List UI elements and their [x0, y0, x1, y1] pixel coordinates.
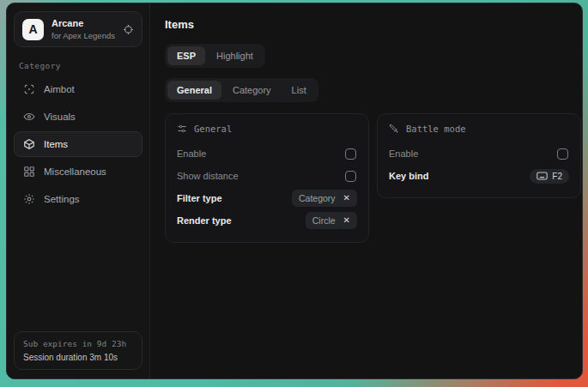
package-icon	[23, 138, 35, 150]
sliders-icon	[177, 124, 187, 134]
sidebar-item-aimbot[interactable]: Aimbot	[14, 76, 142, 102]
sidebar-item-label: Miscellaneous	[44, 166, 106, 177]
key-bind-label: Key bind	[389, 171, 428, 181]
eye-icon	[23, 111, 35, 123]
battle-enable-label: Enable	[389, 148, 418, 159]
key-bind-button[interactable]: F2	[530, 169, 569, 184]
general-panel-title: General	[194, 124, 232, 134]
main-content: Items ESP Highlight General Category Lis…	[150, 3, 583, 378]
tab-category[interactable]: Category	[223, 81, 281, 100]
setting-row: Enable	[389, 143, 569, 164]
render-type-value: Circle	[312, 215, 336, 226]
battle-mode-panel-title: Battle mode	[406, 124, 466, 134]
sidebar-item-visuals[interactable]: Visuals	[14, 104, 142, 130]
tab-list[interactable]: List	[282, 81, 316, 100]
sidebar-nav: Aimbot Visuals Items	[14, 76, 142, 212]
brand-card: A Arcane for Apex Legends	[14, 11, 142, 47]
enable-label: Enable	[177, 148, 206, 159]
session-duration-text: Session duration 3m 10s	[23, 353, 133, 362]
subscription-info-card: Sub expires in 9d 23h Session duration 3…	[14, 331, 142, 370]
keyboard-icon	[536, 172, 548, 180]
show-distance-checkbox[interactable]	[345, 171, 356, 182]
sidebar-section-label: Category	[19, 61, 137, 70]
crosshair-scan-icon	[23, 83, 35, 95]
app-window: A Arcane for Apex Legends Category	[6, 3, 583, 379]
setting-row: Render type Circle ✕	[177, 210, 357, 231]
setting-row: Show distance	[177, 166, 357, 186]
mode-tabbar: ESP Highlight	[165, 44, 265, 68]
grid-icon	[23, 166, 35, 178]
brand-name: Arcane	[52, 18, 115, 29]
panels-row: General Enable Show distance Filter type…	[165, 113, 581, 243]
brand-subtitle: for Apex Legends	[52, 31, 115, 40]
sidebar-item-label: Visuals	[44, 112, 76, 122]
setting-row: Key bind F2	[389, 166, 569, 186]
battle-mode-panel-header: Battle mode	[389, 124, 569, 134]
render-type-label: Render type	[177, 215, 232, 226]
page-title: Items	[165, 18, 581, 31]
setting-row: Enable	[177, 143, 357, 164]
show-distance-label: Show distance	[177, 171, 239, 181]
close-icon[interactable]: ✕	[343, 216, 350, 225]
close-icon[interactable]: ✕	[343, 194, 350, 203]
sub-tabbar: General Category List	[165, 78, 318, 102]
brand-logo: A	[22, 19, 44, 40]
key-bind-value: F2	[552, 172, 562, 181]
sidebar-item-label: Items	[44, 139, 68, 149]
swords-icon	[389, 124, 399, 134]
general-panel: General Enable Show distance Filter type…	[165, 113, 369, 243]
crosshair-status-icon[interactable]	[123, 24, 134, 35]
filter-type-select[interactable]: Category ✕	[292, 190, 357, 207]
sub-expiry-text: Sub expires in 9d 23h	[23, 339, 133, 348]
render-type-select[interactable]: Circle ✕	[306, 212, 357, 229]
setting-row: Filter type Category ✕	[177, 188, 357, 209]
sidebar-item-label: Aimbot	[44, 84, 75, 94]
sidebar-item-settings[interactable]: Settings	[14, 186, 142, 212]
filter-type-value: Category	[299, 193, 336, 203]
sidebar: A Arcane for Apex Legends Category	[7, 3, 150, 378]
gear-icon	[23, 193, 35, 205]
sidebar-item-items[interactable]: Items	[14, 131, 142, 157]
general-panel-header: General	[177, 124, 357, 134]
tab-general[interactable]: General	[167, 81, 221, 100]
sidebar-item-label: Settings	[44, 194, 80, 204]
filter-type-label: Filter type	[177, 193, 222, 203]
tab-highlight[interactable]: Highlight	[207, 46, 263, 65]
battle-enable-checkbox[interactable]	[557, 148, 568, 160]
sidebar-item-miscellaneous[interactable]: Miscellaneous	[14, 159, 142, 184]
tab-esp[interactable]: ESP	[167, 46, 205, 65]
brand-text: Arcane for Apex Legends	[52, 18, 115, 40]
enable-checkbox[interactable]	[345, 148, 356, 160]
battle-mode-panel: Battle mode Enable Key bind	[377, 113, 581, 198]
